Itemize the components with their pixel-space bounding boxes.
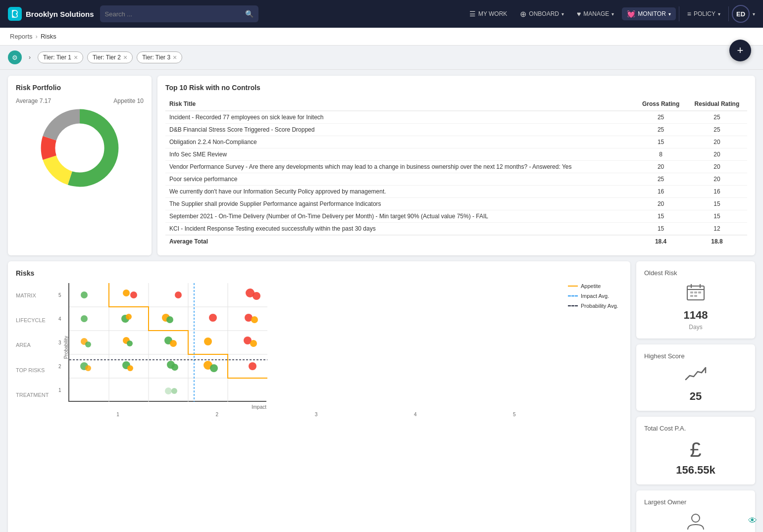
table-row: KCI - Incident Response Testing executed… xyxy=(165,223,747,236)
largest-owner-title: Largest Owner xyxy=(644,498,747,506)
table-row: We currently don't have our Information … xyxy=(165,186,747,198)
risks-title: Risks xyxy=(16,269,622,277)
oldest-risk-title: Oldest Risk xyxy=(644,269,747,277)
donut-labels: Average 7.17 Appetite 10 xyxy=(16,97,144,104)
search-icon[interactable]: 🔍 xyxy=(245,10,254,18)
tier2-tag[interactable]: Tier: Tier 2 × xyxy=(87,51,133,63)
total-cost-body: £ 156.55k xyxy=(644,438,747,477)
gross-rating-cell: 25 xyxy=(635,111,687,124)
eye-icon[interactable]: 👁 xyxy=(748,516,757,526)
tier2-close-icon[interactable]: × xyxy=(123,53,127,61)
table-row: The Supplier shall provide Supplier Perf… xyxy=(165,198,747,210)
tier3-tag[interactable]: Tier: Tier 3 × xyxy=(137,51,182,63)
expand-btn[interactable]: › xyxy=(26,52,34,62)
legend-appetite-label: Appetite xyxy=(581,283,601,289)
tier1-tag[interactable]: Tier: Tier 1 × xyxy=(38,51,83,63)
impact-line-icon xyxy=(568,295,578,296)
table-row: D&B Financial Stress Score Triggered - S… xyxy=(165,124,747,136)
highest-score-card: Highest Score 25 xyxy=(636,344,755,411)
risk-title-cell: September 2021 - On-Time Delivery (Numbe… xyxy=(165,210,635,223)
risk-title-cell: Info Sec SME Review xyxy=(165,148,635,161)
main-content: Risk Portfolio Average 7.17 Appetite 10 xyxy=(0,70,763,532)
nav-mywork[interactable]: ☰ MY WORK xyxy=(464,7,512,20)
svg-rect-53 xyxy=(690,291,693,293)
filter-bar: ⚙ › Tier: Tier 1 × Tier: Tier 2 × Tier: … xyxy=(0,46,763,70)
svg-rect-57 xyxy=(694,295,697,297)
x-number-labels: 12345 xyxy=(54,412,564,417)
risks-matrix-card: Risks MATRIX LIFECYCLE AREA TOP RISKS TR… xyxy=(8,261,630,532)
residual-rating-cell: 20 xyxy=(687,161,747,173)
svg-point-25 xyxy=(166,316,173,323)
svg-point-18 xyxy=(175,291,182,298)
mywork-label: MY WORK xyxy=(478,10,507,17)
gross-rating-cell: 16 xyxy=(635,186,687,198)
total-cost-card: Total Cost P.A. £ 156.55k xyxy=(636,417,755,484)
add-button[interactable]: + xyxy=(729,40,751,61)
avg-residual: 18.8 xyxy=(687,235,747,247)
brand: Brooklyn Solutions xyxy=(8,7,94,21)
nav-onboard[interactable]: ⊕ ONBOARD ▾ xyxy=(515,7,569,21)
svg-point-34 xyxy=(170,340,177,347)
nav-monitor[interactable]: 💓 MONITOR ▾ xyxy=(622,7,675,20)
legend-impact-label: Impact Avg. xyxy=(581,293,609,299)
risk-title-cell: Incident - Recorded 77 employees on sick… xyxy=(165,111,635,124)
nav-manage[interactable]: ♥ MANAGE ▾ xyxy=(572,7,619,20)
gross-rating-cell: 15 xyxy=(635,210,687,223)
brand-icon xyxy=(8,7,22,21)
svg-point-32 xyxy=(127,340,133,346)
appetite-line-icon xyxy=(568,286,578,287)
svg-point-17 xyxy=(130,291,137,298)
legend-appetite: Appetite xyxy=(568,283,622,289)
breadcrumb-parent[interactable]: Reports xyxy=(10,33,33,40)
risk-title-cell: We currently don't have our Information … xyxy=(165,186,635,198)
search-input[interactable] xyxy=(105,10,242,18)
oldest-risk-card: Oldest Risk xyxy=(636,261,755,339)
risk-title-cell: Vendor Performance Survey - Are there an… xyxy=(165,161,635,173)
risk-title-cell: Obligation 2.2.4 Non-Compliance xyxy=(165,136,635,148)
donut-container: Average 7.17 Appetite 10 xyxy=(16,97,144,188)
matrix-label-matrix: MATRIX xyxy=(16,292,51,298)
residual-rating-cell: 20 xyxy=(687,148,747,161)
residual-rating-cell: 15 xyxy=(687,210,747,223)
filter-icon[interactable]: ⚙ xyxy=(8,50,22,64)
calendar-icon xyxy=(686,283,706,307)
pound-icon: £ xyxy=(690,438,701,462)
matrix-label-treatment: TREATMENT xyxy=(16,392,51,398)
highest-score-value: 25 xyxy=(690,390,702,403)
top10-title: Top 10 Risk with no Controls xyxy=(165,84,747,92)
average-total-row: Average Total 18.4 18.8 xyxy=(165,235,747,247)
svg-point-46 xyxy=(249,362,256,370)
nav-separator xyxy=(679,6,679,21)
tier1-label: Tier: Tier 1 xyxy=(43,54,71,61)
gross-rating-cell: 15 xyxy=(635,223,687,236)
matrix-label-toprisks: TOP RISKS xyxy=(16,367,51,373)
legend-impact: Impact Avg. xyxy=(568,293,622,299)
donut-chart xyxy=(40,108,119,188)
risk-portfolio-card: Risk Portfolio Average 7.17 Appetite 10 xyxy=(8,76,152,255)
total-cost-title: Total Cost P.A. xyxy=(644,425,747,432)
legend-probability-label: Probability Avg. xyxy=(581,303,618,309)
matrix-content: MATRIX LIFECYCLE AREA TOP RISKS TREATMEN… xyxy=(16,283,622,417)
search-bar[interactable]: 🔍 xyxy=(100,5,258,22)
residual-rating-cell: 20 xyxy=(687,173,747,186)
avatar[interactable]: ED xyxy=(732,5,750,23)
top-row: Risk Portfolio Average 7.17 Appetite 10 xyxy=(8,76,755,255)
oldest-risk-body: 1148 Days xyxy=(644,283,747,331)
probability-line-icon xyxy=(568,305,578,306)
risk-portfolio-title: Risk Portfolio xyxy=(16,84,144,92)
svg-point-58 xyxy=(692,514,700,522)
breadcrumb-sep: › xyxy=(36,33,38,40)
svg-point-43 xyxy=(171,364,178,371)
matrix-left-labels: MATRIX LIFECYCLE AREA TOP RISKS TREATMEN… xyxy=(16,283,51,417)
tier1-close-icon[interactable]: × xyxy=(74,53,78,61)
tier3-close-icon[interactable]: × xyxy=(173,53,177,61)
avg-label: Average Total xyxy=(165,235,635,247)
largest-owner-body: Antony Fryer (36 Risks) xyxy=(644,512,747,532)
gross-rating-cell: 20 xyxy=(635,198,687,210)
gross-rating-cell: 20 xyxy=(635,161,687,173)
stat-cards: Oldest Risk xyxy=(636,261,755,532)
col-gross: Gross Rating xyxy=(635,97,687,111)
risks-row: Risks MATRIX LIFECYCLE AREA TOP RISKS TR… xyxy=(8,261,755,532)
svg-point-30 xyxy=(85,341,91,347)
nav-policy[interactable]: ≡ POLICY ▾ xyxy=(682,7,725,20)
